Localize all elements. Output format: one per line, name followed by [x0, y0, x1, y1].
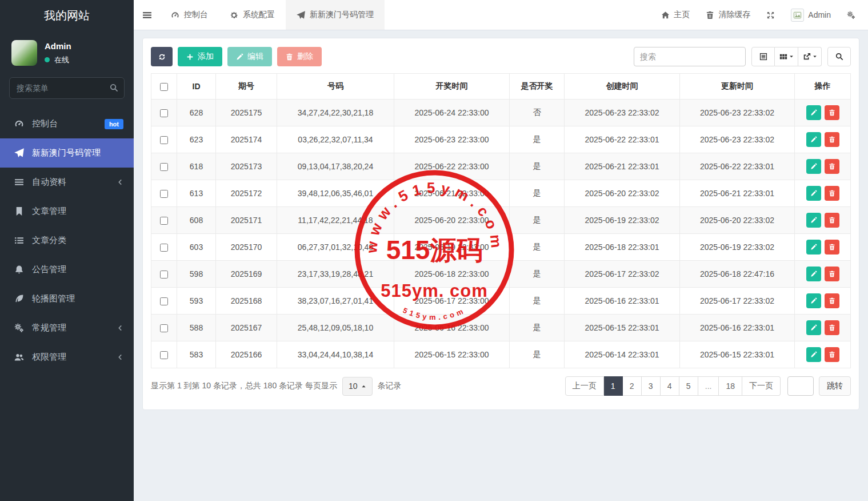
page-button-2[interactable]: 2 — [623, 376, 642, 396]
row-delete-button[interactable] — [825, 240, 839, 255]
row-edit-button[interactable] — [806, 159, 821, 174]
table-row: 583202516633,04,24,44,10,38,142025-06-15… — [151, 341, 851, 368]
sidebar-item-auto-data[interactable]: 自动资料 — [0, 168, 134, 197]
row-edit-button[interactable] — [806, 213, 821, 228]
page-button-4[interactable]: 4 — [661, 376, 679, 396]
search-icon[interactable] — [110, 84, 118, 92]
row-delete-button[interactable] — [825, 320, 839, 335]
row-checkbox[interactable] — [160, 163, 168, 171]
row-edit-button[interactable] — [806, 105, 821, 120]
table-row: 608202517111,17,42,22,21,44,182025-06-20… — [151, 207, 851, 234]
caret-down-icon — [789, 54, 794, 59]
home-link[interactable]: 主页 — [653, 0, 698, 30]
row-edit-button[interactable] — [806, 293, 821, 308]
row-edit-button[interactable] — [806, 186, 821, 201]
hot-badge: hot — [105, 119, 123, 129]
row-edit-button[interactable] — [806, 132, 821, 147]
plus-icon — [186, 53, 194, 61]
cell-id: 583 — [177, 341, 216, 368]
clear-cache-link[interactable]: 清除缓存 — [698, 0, 758, 30]
user-avatar[interactable] — [11, 40, 37, 66]
row-delete-button[interactable] — [825, 293, 839, 308]
row-checkbox[interactable] — [160, 297, 168, 305]
cell-id: 623 — [177, 126, 216, 153]
delete-button[interactable]: 删除 — [277, 47, 322, 66]
page-button-18[interactable]: 18 — [719, 376, 742, 396]
cell-issue: 2025174 — [216, 126, 277, 153]
cell-select — [151, 153, 177, 180]
row-delete-button[interactable] — [825, 186, 839, 201]
row-delete-button[interactable] — [825, 159, 839, 174]
jump-button[interactable]: 跳转 — [819, 376, 851, 396]
page-button-1[interactable]: 1 — [604, 376, 623, 396]
pencil-icon — [810, 244, 817, 250]
add-button[interactable]: 添加 — [178, 47, 222, 66]
cell-id: 593 — [177, 288, 216, 315]
detail-view-button[interactable] — [751, 47, 775, 66]
column-header: 是否开奖 — [510, 74, 565, 100]
delete-button-label: 删除 — [297, 51, 313, 62]
fullscreen-button[interactable] — [758, 0, 783, 30]
page-button-5[interactable]: 5 — [679, 376, 698, 396]
trash-icon — [286, 53, 293, 61]
row-delete-button[interactable] — [825, 267, 839, 281]
row-checkbox[interactable] — [160, 109, 168, 117]
sidebar-item-macau-number[interactable]: 新新澳门号码管理 — [0, 138, 134, 168]
export-button[interactable] — [798, 47, 822, 66]
row-delete-button[interactable] — [825, 132, 839, 147]
row-delete-button[interactable] — [825, 347, 839, 362]
cell-draw-time: 2025-06-19 22:33:00 — [394, 234, 510, 261]
columns-button[interactable] — [775, 47, 798, 66]
nav-tab-2[interactable]: 系统配置 — [219, 0, 286, 30]
sidebar-item-dashboard[interactable]: 控制台hot — [0, 109, 134, 138]
menu-search-input[interactable] — [9, 77, 125, 99]
cell-id: 613 — [177, 180, 216, 207]
row-delete-button[interactable] — [825, 105, 839, 120]
cell-updated-time: 2025-06-22 22:33:01 — [680, 153, 795, 180]
cell-id: 588 — [177, 315, 216, 341]
cell-id: 598 — [177, 261, 216, 288]
row-checkbox[interactable] — [160, 351, 168, 359]
row-checkbox[interactable] — [160, 190, 168, 198]
page-button-3[interactable]: 3 — [642, 376, 661, 396]
page-next-button[interactable]: 下一页 — [742, 376, 781, 396]
nav-tab-3[interactable]: 新新澳门号码管理 — [286, 0, 385, 30]
cell-select — [151, 261, 177, 288]
sidebar-item-notice-manage[interactable]: 公告管理 — [0, 255, 134, 284]
row-edit-button[interactable] — [806, 347, 821, 362]
cell-draw-time: 2025-06-17 22:33:00 — [394, 288, 510, 315]
refresh-button[interactable] — [151, 47, 173, 66]
cell-select — [151, 315, 177, 341]
row-delete-button[interactable] — [825, 213, 839, 228]
edit-button[interactable]: 编辑 — [227, 47, 272, 66]
page-prev-button[interactable]: 上一页 — [565, 376, 604, 396]
table-row: 613202517239,48,12,06,35,46,012025-06-21… — [151, 180, 851, 207]
cell-created-time: 2025-06-15 22:33:01 — [565, 315, 680, 341]
row-checkbox[interactable] — [160, 217, 168, 225]
row-checkbox[interactable] — [160, 244, 168, 252]
select-all-checkbox[interactable] — [160, 83, 168, 91]
table-search-input[interactable] — [634, 47, 746, 66]
trash-icon — [829, 324, 835, 331]
page-size-dropdown[interactable]: 10 — [342, 377, 373, 396]
settings-button[interactable] — [839, 0, 863, 30]
search-submit-button[interactable] — [827, 47, 851, 66]
row-edit-button[interactable] — [806, 240, 821, 255]
nav-tab-1[interactable]: 控制台 — [160, 0, 219, 30]
user-menu[interactable]: Admin — [783, 0, 839, 30]
row-checkbox[interactable] — [160, 324, 168, 332]
sidebar-toggle-button[interactable] — [134, 0, 160, 30]
sidebar-item-banner-manage[interactable]: 轮播图管理 — [0, 284, 134, 313]
row-checkbox[interactable] — [160, 136, 168, 144]
sidebar-item-article-manage[interactable]: 文章管理 — [0, 197, 134, 226]
row-checkbox[interactable] — [160, 271, 168, 279]
sidebar-item-permission-manage[interactable]: 权限管理 — [0, 343, 134, 372]
row-edit-button[interactable] — [806, 320, 821, 335]
sidebar-search — [9, 77, 125, 99]
cell-issue: 2025171 — [216, 207, 277, 234]
jump-page-input[interactable] — [787, 376, 814, 396]
detail-view-icon — [759, 53, 767, 61]
sidebar-item-general-manage[interactable]: 常规管理 — [0, 313, 134, 343]
sidebar-item-article-category[interactable]: 文章分类 — [0, 226, 134, 255]
row-edit-button[interactable] — [806, 267, 821, 281]
